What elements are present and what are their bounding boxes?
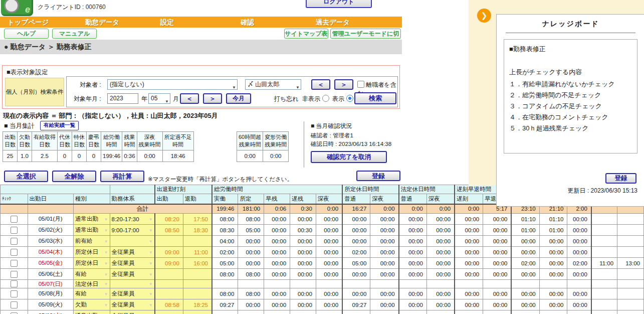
search-button[interactable]: 検索 (354, 92, 396, 104)
time-value-cell: 00:00 (483, 310, 512, 314)
row-checkbox[interactable] (11, 301, 18, 308)
nav-item-settings[interactable]: 設定 (160, 18, 174, 27)
type-value: 法定休日 (75, 281, 98, 287)
register-button[interactable]: 登録 (356, 171, 400, 181)
nav-item-past[interactable]: 過去データ (316, 18, 350, 27)
punch-out-cell[interactable] (183, 280, 212, 288)
cancel-confirmation-button[interactable]: 確認完了を取消 (311, 151, 387, 163)
row-checkbox[interactable] (11, 290, 18, 297)
paid-leave-list-button[interactable]: 有給実績一覧 (40, 121, 79, 130)
month-prev-button[interactable]: ＜ (180, 93, 199, 104)
time-value-cell: 00:00 (539, 269, 567, 280)
sitemap-button[interactable]: サイトマップ表示 (284, 29, 328, 39)
punch-in-cell[interactable]: 09:00 (155, 247, 183, 258)
type-select[interactable]: 所定休日▼ (73, 247, 110, 258)
time-value-cell: 00:00 (316, 236, 342, 247)
manual-button[interactable]: マニュアル (52, 29, 97, 39)
punch-out-cell[interactable]: 18:25 (183, 299, 212, 310)
punch-in-cell[interactable] (155, 288, 183, 299)
total-value-cell: 0:00 (370, 204, 399, 214)
employee-select[interactable]: 〆 山田太郎 ▼ (245, 79, 301, 90)
logout-button[interactable]: ログアウト (306, 0, 372, 8)
work-system-select[interactable]: 全従業員▼ (110, 269, 155, 280)
row-checkbox[interactable] (11, 260, 18, 267)
punch-out-cell[interactable]: 11:00 (183, 247, 212, 258)
include-retired-checkbox[interactable] (357, 81, 364, 88)
punch-out-cell[interactable]: 18:55 (183, 310, 212, 314)
time-value-cell: 00:00 (290, 247, 316, 258)
kb-item: ４．在宅勤務のコメントチェック (509, 112, 632, 123)
time-value-cell: 00:00 (290, 236, 316, 247)
punch-in-cell[interactable] (155, 280, 183, 288)
row-checkbox[interactable] (11, 249, 18, 256)
row-checkbox[interactable] (11, 238, 18, 245)
work-system-select[interactable]: 全従業員▼ (110, 288, 155, 299)
work-system-select[interactable]: ▼ (110, 280, 155, 288)
work-system-select[interactable]: 全従業員▼ (110, 299, 155, 310)
time-value-cell: 00:00 (539, 288, 567, 299)
work-system-select[interactable]: 9:00-17:00▼ (110, 225, 155, 236)
time-value-cell: 01:00 (539, 225, 567, 236)
type-select[interactable]: 通常出勤▼ (73, 225, 110, 236)
work-system-select[interactable]: ▼ (110, 236, 155, 247)
forgot-show-radio[interactable] (346, 95, 353, 102)
chevron-down-icon: ▼ (104, 228, 108, 232)
time-value-cell (455, 280, 483, 288)
punch-in-cell[interactable]: 08:20 (155, 214, 183, 225)
punch-in-cell[interactable]: 09:00 (155, 258, 183, 269)
date-cell: 05/08(月) (28, 288, 73, 299)
employee-prev-button[interactable]: ＜ (311, 79, 330, 90)
type-select[interactable]: 欠勤▼ (73, 299, 110, 310)
time-value-cell (539, 280, 567, 288)
type-select[interactable]: 通常出勤▼ (73, 214, 110, 225)
punch-out-cell[interactable] (183, 288, 212, 299)
employee-next-button[interactable]: ＞ (334, 79, 353, 90)
kb-item: ３．コアタイムの不足チェック (509, 101, 632, 112)
punch-out-cell[interactable] (183, 269, 212, 280)
time-value-cell (591, 247, 617, 258)
knowledge-board-toggle-button[interactable]: ❯ (477, 9, 491, 23)
month-next-button[interactable]: ＞ (203, 93, 222, 104)
punch-in-cell[interactable] (155, 269, 183, 280)
work-system-select[interactable]: 8:20-17:30▼ (110, 214, 155, 225)
time-value-cell: 00:00 (399, 225, 427, 236)
work-system-select[interactable]: 全従業員▼ (110, 258, 155, 269)
row-checkbox[interactable] (11, 280, 18, 287)
work-system-select[interactable]: 全従業員▼ (110, 310, 155, 314)
row-checkbox[interactable] (11, 312, 18, 314)
kb-register-button[interactable]: 登録 (605, 173, 636, 184)
time-value-cell (591, 225, 617, 236)
year-input[interactable]: 2023 (107, 93, 138, 104)
type-select[interactable]: 有給▼ (73, 288, 110, 299)
recalc-button[interactable]: 再計算 (100, 171, 144, 182)
help-button[interactable]: ヘルプ (4, 29, 49, 39)
nav-item-top[interactable]: トップページ (8, 18, 49, 27)
month-select[interactable]: 05 ▼ (148, 93, 170, 104)
type-select[interactable]: 前有給▼ (73, 236, 110, 247)
clear-all-button[interactable]: 全解除 (52, 171, 96, 182)
summary-column-header: 欠勤 日数 (18, 132, 32, 150)
nav-item-kintai[interactable]: 勤怠データ (85, 18, 119, 27)
type-select[interactable]: 通常出勤▼ (73, 310, 110, 314)
work-system-select[interactable]: 全従業員▼ (110, 247, 155, 258)
row-checkbox[interactable] (11, 271, 18, 278)
punch-in-cell[interactable]: 08:56 (155, 310, 183, 314)
punch-in-cell[interactable] (155, 236, 183, 247)
punch-out-cell[interactable]: 17:50 (183, 214, 212, 225)
type-select[interactable]: 法定休日▼ (73, 280, 110, 288)
forgot-hide-radio[interactable] (322, 95, 329, 102)
admin-mode-button[interactable]: 管理ユーザーモードに切替 (330, 29, 401, 39)
row-checkbox[interactable] (11, 216, 18, 223)
punch-in-cell[interactable]: 08:50 (155, 225, 183, 236)
target-select[interactable]: (指定しない) ▼ (107, 79, 238, 90)
nav-item-confirm[interactable]: 確認 (241, 18, 254, 27)
select-all-button[interactable]: 全選択 (4, 171, 48, 182)
punch-in-cell[interactable]: 08:58 (155, 299, 183, 310)
punch-out-cell[interactable] (183, 236, 212, 247)
this-month-button[interactable]: 今月 (226, 93, 251, 104)
type-select[interactable]: 有給▼ (73, 269, 110, 280)
punch-out-cell[interactable]: 18:30 (183, 225, 212, 236)
punch-out-cell[interactable]: 16:00 (183, 258, 212, 269)
type-select[interactable]: 所定休日▼ (73, 258, 110, 269)
row-checkbox[interactable] (11, 227, 18, 234)
